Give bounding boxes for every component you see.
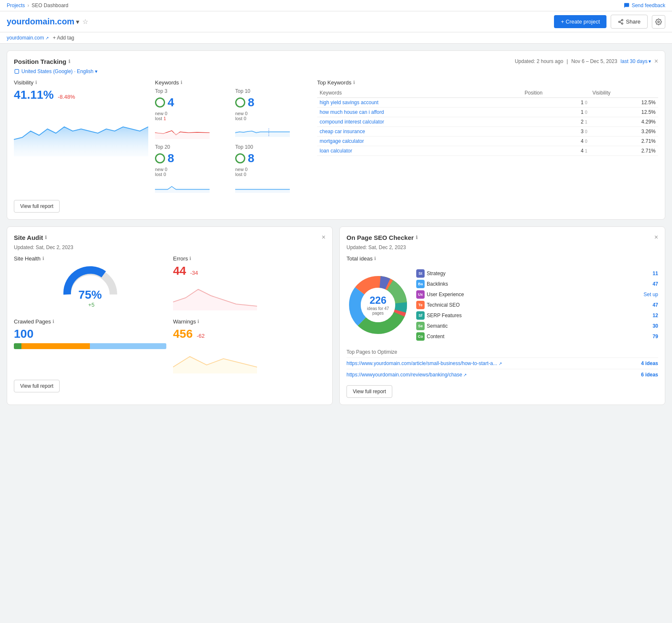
legend-left: Co Content <box>416 332 444 341</box>
last-days-selector[interactable]: last 30 days ▾ <box>621 58 651 64</box>
keywords-info-icon[interactable]: ℹ <box>181 80 182 85</box>
legend-count: 12 <box>653 313 658 318</box>
visibility-change: -8.48% <box>58 94 75 100</box>
domain-bar: yourdomain.com ▾ ☆ + Create project Shar… <box>0 11 672 32</box>
warnings-value: 456 <box>173 327 193 340</box>
on-page-seo-updated: Updated: Sat, Dec 2, 2023 <box>346 244 658 250</box>
top10-sparkline <box>235 124 290 139</box>
legend-badge: St <box>416 269 425 278</box>
position-tracking-info-icon[interactable]: ℹ <box>68 59 70 64</box>
ideas-row: 226 ideas for 47 pages St Strategy 11 Ba… <box>346 269 658 341</box>
legend-left: Se Semantic <box>416 322 448 330</box>
settings-button[interactable] <box>652 15 665 29</box>
table-row: cheap car insurance 3 0 3.26% <box>317 127 658 137</box>
on-page-seo-view-report-button[interactable]: View full report <box>346 385 392 398</box>
keyword-visibility: 12.5% <box>590 108 658 117</box>
position-tracking-header-right: Updated: 2 hours ago | Nov 6 – Dec 5, 20… <box>515 58 658 65</box>
table-row: how much house can i afford 1 0 12.5% <box>317 108 658 117</box>
create-project-button[interactable]: + Create project <box>554 15 606 28</box>
keyword-link[interactable]: mortgage calculator <box>320 138 364 144</box>
keywords-grid: Top 3 4 new 0 lost 1 <box>155 88 310 195</box>
legend-left: Te Technical SEO <box>416 301 460 309</box>
send-feedback-button[interactable]: Send feedback <box>624 3 665 8</box>
site-audit-info-icon[interactable]: ℹ <box>45 235 47 240</box>
site-audit-close-icon[interactable]: × <box>322 234 326 241</box>
add-tag-button[interactable]: + Add tag <box>53 35 74 41</box>
warnings-label: Warnings ℹ <box>173 318 326 325</box>
setup-link[interactable]: Set up <box>643 292 658 297</box>
page-ideas: 4 ideas <box>641 360 658 366</box>
crawled-pages-label: Crawled Pages ℹ <box>14 318 166 325</box>
main-content: Position Tracking ℹ Updated: 2 hours ago… <box>0 44 672 412</box>
visibility-label: Visibility ℹ <box>14 79 148 86</box>
position-tracking-close-icon[interactable]: × <box>654 58 658 65</box>
legend-left: Ba Backlinks <box>416 280 448 288</box>
breadcrumb-projects[interactable]: Projects <box>7 3 25 8</box>
errors-info-icon[interactable]: ℹ <box>189 256 191 261</box>
kw-top3-value: 4 <box>155 96 230 109</box>
on-page-seo-close-icon[interactable]: × <box>654 234 658 241</box>
position-tracking-view-report-button[interactable]: View full report <box>14 200 60 213</box>
position-tracking-card: Position Tracking ℹ Updated: 2 hours ago… <box>7 50 665 220</box>
page-url[interactable]: https://wwwyourdomain.com/reviews/bankin… <box>346 372 638 378</box>
location-filter[interactable]: United States (Google) · English ▾ <box>14 68 658 74</box>
keyword-link[interactable]: loan calculator <box>320 148 352 154</box>
external-link-icon: ↗ <box>45 36 49 40</box>
visibility-info-icon[interactable]: ℹ <box>35 80 37 85</box>
on-page-seo-card: On Page SEO Checker ℹ × Updated: Sat, De… <box>339 226 665 405</box>
settings-icon <box>655 18 662 25</box>
chevron-down-icon: ▾ <box>648 58 651 64</box>
keywords-label: Keywords ℹ <box>155 79 310 86</box>
svg-point-2 <box>622 23 623 24</box>
crawled-pages-value: 100 <box>14 327 34 340</box>
pb-green <box>14 343 21 349</box>
visibility-chart <box>14 106 148 156</box>
site-audit-title: Site Audit ℹ <box>14 234 47 241</box>
keyword-link[interactable]: high yield savings account <box>320 100 378 105</box>
kw-top10-newlost: new 0 lost 0 <box>235 111 310 121</box>
legend-item: Se Semantic 30 <box>416 322 658 330</box>
site-audit-view-report-button[interactable]: View full report <box>14 380 60 392</box>
top-keywords-section: Top Keywords ℹ Keywords Position Visibil… <box>317 79 658 195</box>
on-page-seo-header: On Page SEO Checker ℹ × <box>346 234 658 241</box>
errors-section: Errors ℹ 44 -34 <box>173 255 326 312</box>
location-chevron-icon: ▾ <box>95 68 97 74</box>
breadcrumb-separator: › <box>27 3 29 8</box>
keyword-link[interactable]: how much house can i afford <box>320 109 384 115</box>
feedback-icon <box>624 3 630 8</box>
donut-center: 226 ideas for 47 pages <box>362 294 394 315</box>
kw-top100-newlost: new 0 lost 0 <box>235 167 310 177</box>
legend-label: Semantic <box>427 323 448 329</box>
site-health-info-icon[interactable]: ℹ <box>42 256 44 261</box>
legend-count: 79 <box>653 334 658 339</box>
legend-item: St Strategy 11 <box>416 269 658 278</box>
keyword-link[interactable]: compound interest calculator <box>320 119 384 125</box>
table-row: loan calculator 4 1 2.71% <box>317 146 658 156</box>
star-icon[interactable]: ☆ <box>82 18 88 26</box>
domain-name[interactable]: yourdomain.com ▾ <box>7 17 79 26</box>
legend-item: Ba Backlinks 47 <box>416 280 658 288</box>
legend-badge: Ux <box>416 290 425 299</box>
page-url[interactable]: https://www.yourdomain.com/article/small… <box>346 360 638 366</box>
svg-rect-11 <box>235 188 290 193</box>
legend-count: 47 <box>653 281 658 287</box>
site-health-section: Site Health ℹ 75% +5 <box>14 255 166 312</box>
position-tracking-grid: Visibility ℹ 41.11% -8.48% <box>14 79 658 195</box>
svg-rect-7 <box>155 133 210 139</box>
circle-icon <box>155 153 165 163</box>
domain-link[interactable]: yourdomain.com ↗ <box>7 35 49 41</box>
top-keywords-info-icon[interactable]: ℹ <box>353 80 355 85</box>
share-button[interactable]: Share <box>611 15 648 29</box>
pb-blue <box>90 343 166 349</box>
on-page-seo-info-icon[interactable]: ℹ <box>416 235 417 240</box>
keyword-visibility: 2.71% <box>590 146 658 156</box>
keyword-link[interactable]: cheap car insurance <box>320 129 365 134</box>
top-bar: Projects › SEO Dashboard Send feedback <box>0 0 672 11</box>
table-row: high yield savings account 1 0 12.5% <box>317 98 658 108</box>
top100-sparkline <box>235 180 290 195</box>
kw-top20-value: 8 <box>155 152 230 165</box>
warnings-info-icon[interactable]: ℹ <box>197 319 199 324</box>
keyword-position: 4 1 <box>522 146 590 156</box>
crawled-pages-info-icon[interactable]: ℹ <box>52 319 54 324</box>
total-ideas-info-icon[interactable]: ℹ <box>374 256 376 261</box>
